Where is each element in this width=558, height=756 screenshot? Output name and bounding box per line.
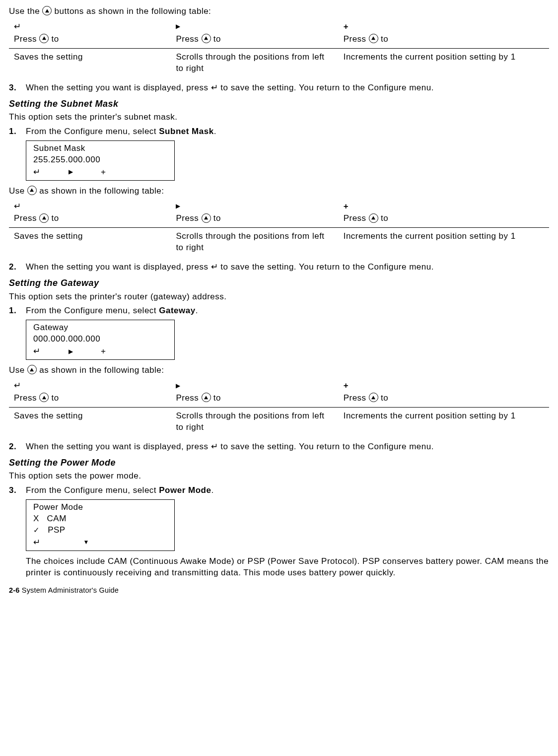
a-button-icon — [39, 213, 49, 223]
step-num: 3. — [9, 82, 26, 94]
press-plus: Press to — [344, 34, 544, 45]
a-button-icon — [202, 393, 211, 402]
table-header-col2: Press to — [171, 379, 338, 407]
step-num: 1. — [9, 305, 26, 317]
display-symbols: ↵ + — [33, 167, 167, 178]
step-body: When the setting you want is displayed, … — [26, 82, 549, 94]
table-header-col3: + Press to — [339, 200, 549, 228]
step-body: When the setting you want is displayed, … — [26, 262, 549, 273]
table-header-col3: + Press to — [339, 20, 549, 48]
footer-page-num: 2-6 — [9, 586, 20, 594]
gateway-step-2: 2. When the setting you want is displaye… — [9, 441, 549, 453]
display-symbols: ↵ + — [33, 346, 167, 357]
enter-icon: ↵ — [14, 381, 21, 390]
step-num: 1. — [9, 126, 26, 137]
table-desc-2: Scrolls through the positions from left … — [171, 228, 338, 257]
step-3: 3. When the setting you want is displaye… — [9, 82, 549, 94]
table-header-col2: Press to — [171, 200, 338, 228]
table-header-col1: ↵ Press to — [9, 200, 171, 228]
power-intro: This option sets the power mode. — [9, 471, 549, 482]
triangle-right-icon — [176, 381, 181, 390]
table-header-col3: + Press to — [339, 379, 549, 407]
plus-icon: + — [344, 22, 349, 31]
page-footer: 2-6 System Administrator's Guide — [9, 586, 549, 596]
a-button-icon — [202, 34, 211, 43]
plus-icon: + — [344, 381, 349, 390]
enter-icon: ↵ — [211, 262, 218, 272]
table-desc-3: Increments the current position setting … — [339, 228, 549, 257]
triangle-right-icon — [69, 167, 73, 178]
display-gateway: Gateway 000.000.000.000 ↵ + — [26, 320, 175, 360]
table-desc-1: Saves the setting — [9, 408, 171, 436]
footer-title: System Administrator's Guide — [20, 586, 119, 594]
a-button-icon — [369, 393, 378, 402]
power-option-2: PSP — [33, 525, 167, 536]
power-explanation: The choices include CAM (Continuous Awak… — [26, 556, 549, 579]
gateway-step-1: 1. From the Configure menu, select Gatew… — [9, 305, 549, 317]
plus-icon: + — [101, 346, 106, 357]
enter-icon: ↵ — [33, 537, 41, 549]
display-power: Power Mode X CAM PSP ↵ — [26, 499, 175, 551]
table-header-col1: ↵ Press to — [9, 379, 171, 407]
intro-line: Use the buttons as shown in the followin… — [9, 6, 549, 17]
a-button-icon — [369, 213, 378, 223]
enter-icon: ↵ — [14, 22, 21, 31]
intro-prefix: Use the — [9, 6, 42, 16]
section-gateway-title: Setting the Gateway — [9, 277, 549, 289]
display-value: 255.255.000.000 — [33, 154, 167, 166]
table-desc-2: Scrolls through the positions from left … — [171, 48, 338, 77]
triangle-right-icon — [176, 22, 181, 31]
section-power-title: Setting the Power Mode — [9, 457, 549, 469]
table-header-col1: ↵ Press to — [9, 20, 171, 48]
table-desc-2: Scrolls through the positions from left … — [171, 408, 338, 436]
a-button-icon — [39, 34, 49, 43]
a-button-icon — [42, 6, 52, 15]
use-line-1: Use as shown in the following table: — [9, 186, 549, 197]
press-enter: Press to — [14, 34, 166, 45]
a-button-icon — [369, 34, 378, 43]
plus-icon: + — [344, 202, 349, 211]
table-desc-1: Saves the setting — [9, 48, 171, 77]
table-desc-3: Increments the current position setting … — [339, 408, 549, 436]
step-body: From the Configure menu, select Power Mo… — [26, 485, 549, 496]
button-table-3: ↵ Press to Press to + Press to Saves the… — [9, 379, 549, 436]
enter-icon: ↵ — [33, 346, 41, 357]
a-button-icon — [39, 393, 49, 402]
plus-icon: + — [101, 167, 106, 178]
use-line-2: Use as shown in the following table: — [9, 365, 549, 376]
button-table-1: ↵ Press to Press to + Press to Saves the… — [9, 20, 549, 77]
table-header-col2: Press to — [171, 20, 338, 48]
section-subnet-title: Setting the Subnet Mask — [9, 98, 549, 110]
enter-icon: ↵ — [33, 167, 41, 178]
enter-icon: ↵ — [14, 202, 21, 211]
check-icon — [33, 525, 40, 535]
power-option-1: X CAM — [33, 513, 167, 525]
enter-icon: ↵ — [211, 442, 218, 451]
triangle-right-icon — [69, 346, 73, 357]
table-desc-3: Increments the current position setting … — [339, 48, 549, 77]
step-body: From the Configure menu, select Subnet M… — [26, 126, 549, 137]
subnet-step-1: 1. From the Configure menu, select Subne… — [9, 126, 549, 137]
step-body: From the Configure menu, select Gateway. — [26, 305, 549, 317]
step-body: When the setting you want is displayed, … — [26, 441, 549, 453]
subnet-step-2: 2. When the setting you want is displaye… — [9, 262, 549, 273]
display-symbols: ↵ — [33, 537, 167, 549]
enter-icon: ↵ — [211, 83, 218, 92]
step-num: 3. — [9, 485, 26, 496]
step-num: 2. — [9, 441, 26, 453]
step-num: 2. — [9, 262, 26, 273]
triangle-down-icon — [83, 537, 89, 549]
display-title: Power Mode — [33, 502, 167, 513]
display-value: 000.000.000.000 — [33, 334, 167, 345]
triangle-right-icon — [176, 202, 181, 211]
display-title: Subnet Mask — [33, 143, 167, 154]
table-desc-1: Saves the setting — [9, 228, 171, 257]
button-table-2: ↵ Press to Press to + Press to Saves the… — [9, 200, 549, 257]
power-step: 3. From the Configure menu, select Power… — [9, 485, 549, 496]
a-button-icon — [27, 186, 37, 195]
display-subnet: Subnet Mask 255.255.000.000 ↵ + — [26, 140, 175, 181]
display-title: Gateway — [33, 322, 167, 334]
subnet-intro: This option sets the printer's subnet ma… — [9, 112, 549, 123]
press-right: Press to — [176, 34, 333, 45]
a-button-icon — [27, 365, 37, 374]
